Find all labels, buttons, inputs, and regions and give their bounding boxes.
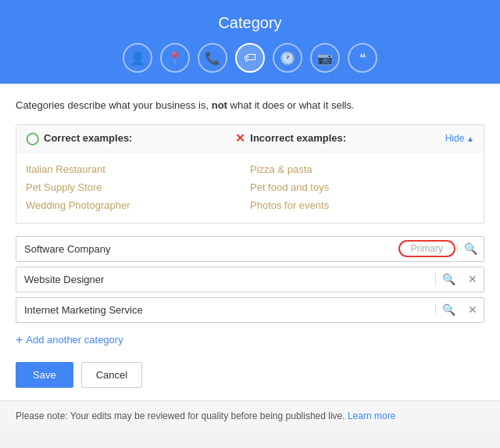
page-title: Category [0, 14, 500, 32]
category-row-3: 🔍 ✕ [16, 297, 484, 323]
person-icon[interactable]: 👤 [123, 43, 152, 73]
search-icon-3[interactable]: 🔍 [435, 303, 462, 316]
footer-note-text: Please note: Your edits may be reviewed … [16, 410, 348, 421]
description-text: Categories describe what your business i… [16, 98, 484, 113]
location-icon[interactable]: 📍 [160, 43, 190, 73]
incorrect-examples-col: Pizza & pasta Pet food and toys Photos f… [250, 160, 474, 215]
category-input-3[interactable] [16, 298, 435, 322]
categories-section: Primary 🔍 🔍 ✕ 🔍 ✕ [16, 236, 484, 323]
examples-header: ◯ Correct examples: ✕ Incorrect examples… [16, 125, 484, 152]
plus-icon: + [16, 334, 23, 346]
correct-example-2: Pet Supply Store [26, 178, 250, 196]
correct-example-3: Wedding Photographer [26, 196, 250, 214]
correct-examples-col: Italian Restaurant Pet Supply Store Wedd… [26, 160, 250, 215]
close-icon-3[interactable]: ✕ [462, 303, 484, 316]
incorrect-example-3: Photos for events [250, 196, 474, 214]
search-icon-1[interactable]: 🔍 [457, 242, 484, 255]
save-button[interactable]: Save [16, 362, 73, 388]
incorrect-example-1: Pizza & pasta [250, 160, 474, 178]
category-input-2[interactable] [16, 267, 435, 292]
x-icon: ✕ [235, 131, 245, 145]
search-icon-2[interactable]: 🔍 [435, 273, 462, 285]
examples-content: Italian Restaurant Pet Supply Store Wedd… [16, 152, 484, 223]
examples-box: ◯ Correct examples: ✕ Incorrect examples… [16, 124, 484, 224]
correct-example-1: Italian Restaurant [26, 160, 250, 178]
add-another-label: Add another category [26, 334, 123, 346]
check-icon: ◯ [26, 131, 39, 145]
page-header: Category 👤 📍 📞 🏷 🕐 📷 ❝ [0, 0, 500, 84]
tag-icon[interactable]: 🏷 [235, 43, 265, 73]
close-icon-2[interactable]: ✕ [462, 273, 484, 285]
category-input-1[interactable] [16, 237, 457, 261]
cancel-button[interactable]: Cancel [81, 362, 142, 388]
incorrect-example-2: Pet food and toys [250, 178, 474, 196]
phone-icon[interactable]: 📞 [198, 43, 227, 73]
incorrect-label: ✕ Incorrect examples: [235, 131, 445, 145]
add-another-category[interactable]: + Add another category [16, 331, 123, 349]
step-icons: 👤 📍 📞 🏷 🕐 📷 ❝ [0, 43, 500, 73]
action-buttons: Save Cancel [16, 362, 484, 388]
learn-more-link[interactable]: Learn more [348, 410, 395, 421]
camera-icon[interactable]: 📷 [310, 43, 340, 73]
correct-label: ◯ Correct examples: [26, 131, 235, 145]
footer-note: Please note: Your edits may be reviewed … [0, 400, 500, 431]
main-content: Categories describe what your business i… [0, 84, 500, 400]
category-row-1: Primary 🔍 [16, 236, 484, 262]
quote-icon[interactable]: ❝ [348, 43, 377, 73]
category-row-2: 🔍 ✕ [16, 267, 484, 292]
clock-icon[interactable]: 🕐 [273, 43, 302, 73]
hide-button[interactable]: Hide [445, 133, 474, 144]
